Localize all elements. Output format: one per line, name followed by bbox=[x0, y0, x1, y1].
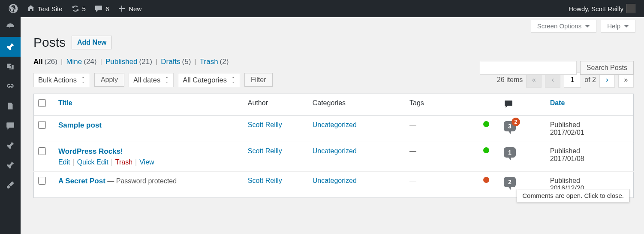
page-title: Posts bbox=[33, 35, 66, 50]
pin-icon bbox=[6, 42, 15, 52]
author-link[interactable]: Scott Reilly bbox=[248, 147, 282, 155]
filter-all[interactable]: All bbox=[33, 58, 43, 66]
menu-appearance[interactable] bbox=[0, 136, 21, 155]
filter-all-count: (26) bbox=[45, 58, 57, 66]
comments-link[interactable]: 6 bbox=[90, 0, 113, 17]
add-new-button[interactable]: Add New bbox=[72, 36, 112, 49]
comment-icon bbox=[504, 99, 513, 109]
adminbar-comment-count: 6 bbox=[105, 5, 109, 12]
row-checkbox[interactable] bbox=[38, 177, 46, 185]
filter-drafts[interactable]: Drafts bbox=[161, 58, 180, 66]
update-count: 5 bbox=[82, 5, 86, 12]
category-link[interactable]: Uncategorized bbox=[313, 147, 357, 155]
row-checkbox[interactable] bbox=[38, 121, 46, 129]
menu-dashboard[interactable] bbox=[0, 17, 21, 37]
comments-closed-indicator[interactable] bbox=[483, 177, 489, 183]
pagination-of-label: of 2 bbox=[584, 76, 596, 84]
search-input[interactable] bbox=[480, 61, 577, 75]
tags-value: — bbox=[409, 177, 416, 184]
column-categories: Categories bbox=[308, 94, 405, 116]
row-action-view[interactable]: View bbox=[139, 158, 154, 166]
screen-options-label: Screen Options bbox=[537, 22, 581, 30]
comment-count-bubble[interactable]: 1 bbox=[504, 147, 516, 158]
column-comments[interactable] bbox=[500, 94, 546, 116]
menu-posts[interactable] bbox=[0, 37, 21, 57]
site-home[interactable]: Test Site bbox=[22, 0, 67, 17]
row-checkbox[interactable] bbox=[38, 147, 46, 155]
row-action-quick-edit[interactable]: Quick Edit bbox=[77, 158, 108, 166]
menu-tools[interactable] bbox=[0, 175, 21, 195]
row-action-edit[interactable]: Edit bbox=[58, 158, 70, 166]
date-filter-select[interactable]: All dates bbox=[129, 73, 174, 87]
post-status: Published bbox=[550, 177, 629, 185]
updates-link[interactable]: 5 bbox=[67, 0, 90, 17]
update-icon bbox=[71, 4, 80, 13]
row-action-trash[interactable]: Trash bbox=[115, 158, 132, 166]
comment-count-bubble[interactable]: 2 bbox=[504, 177, 516, 187]
chevron-down-icon bbox=[585, 25, 590, 27]
menu-pages[interactable] bbox=[0, 96, 21, 116]
apply-button[interactable]: Apply bbox=[94, 73, 124, 87]
category-filter-select[interactable]: All Categories bbox=[178, 73, 240, 87]
my-account[interactable]: Howdy, Scott Reilly bbox=[564, 0, 640, 17]
menu-media[interactable] bbox=[0, 57, 21, 76]
pending-comments-badge[interactable]: 2 bbox=[512, 118, 520, 126]
post-status: Published bbox=[550, 147, 629, 155]
post-title-link[interactable]: Sample post bbox=[58, 121, 102, 129]
tags-value: — bbox=[409, 121, 416, 128]
select-all-checkbox[interactable] bbox=[38, 99, 46, 107]
chevron-down-icon bbox=[624, 25, 629, 27]
tags-value: — bbox=[409, 147, 416, 155]
help-label: Help bbox=[607, 22, 620, 30]
wp-logo[interactable] bbox=[4, 0, 22, 17]
post-status: Published bbox=[550, 121, 629, 129]
comment-icon bbox=[6, 121, 15, 131]
pin-icon bbox=[6, 161, 15, 170]
author-link[interactable]: Scott Reilly bbox=[248, 177, 282, 184]
author-link[interactable]: Scott Reilly bbox=[248, 121, 282, 128]
filter-published[interactable]: Published bbox=[105, 58, 138, 66]
plus-icon bbox=[117, 4, 126, 13]
filter-mine[interactable]: Mine bbox=[66, 58, 82, 66]
help-tab[interactable]: Help bbox=[601, 20, 635, 33]
greeting-label: Howdy, Scott Reilly bbox=[569, 5, 623, 12]
category-link[interactable]: Uncategorized bbox=[313, 121, 357, 128]
dashboard-icon bbox=[6, 22, 15, 32]
menu-comments[interactable] bbox=[0, 116, 21, 136]
filter-published-count: (21) bbox=[139, 58, 152, 66]
filter-trash[interactable]: Trash bbox=[200, 58, 218, 66]
category-link[interactable]: Uncategorized bbox=[313, 177, 357, 184]
post-date: 2017/02/01 bbox=[550, 129, 629, 137]
post-title-link[interactable]: A Secret Post bbox=[58, 177, 105, 185]
bulk-actions-select[interactable]: Bulk Actions bbox=[33, 73, 90, 87]
screen-options-tab[interactable]: Screen Options bbox=[531, 20, 596, 33]
menu-links[interactable] bbox=[0, 76, 21, 96]
password-protected-label: — Password protected bbox=[105, 177, 177, 185]
comments-open-indicator[interactable] bbox=[483, 121, 489, 127]
menu-plugins[interactable] bbox=[0, 155, 21, 175]
pin-icon bbox=[6, 141, 15, 150]
filter-mine-count: (24) bbox=[84, 58, 96, 66]
comments-open-tooltip: Comments are open. Click to close. bbox=[517, 189, 629, 202]
post-title-link[interactable]: WordPress Rocks! bbox=[58, 147, 123, 155]
table-row: WordPress Rocks! Edit| Quick Edit| Trash… bbox=[34, 142, 634, 172]
comments-open-indicator[interactable] bbox=[483, 147, 489, 153]
comment-icon bbox=[94, 4, 103, 13]
media-icon bbox=[6, 62, 15, 71]
filter-button[interactable]: Filter bbox=[244, 73, 273, 87]
column-author: Author bbox=[244, 94, 308, 116]
search-button[interactable]: Search Posts bbox=[580, 61, 634, 75]
new-content-link[interactable]: New bbox=[113, 0, 146, 17]
new-label: New bbox=[129, 5, 141, 12]
pagination-total: 26 items bbox=[497, 76, 523, 84]
home-icon bbox=[27, 4, 35, 13]
filter-trash-count: (2) bbox=[220, 58, 229, 66]
link-icon bbox=[6, 82, 15, 91]
brush-icon bbox=[6, 180, 15, 190]
table-row: Sample post Scott Reilly Uncategorized —… bbox=[34, 116, 634, 142]
column-date[interactable]: Date bbox=[546, 94, 634, 116]
pages-icon bbox=[6, 101, 15, 111]
column-title[interactable]: Title bbox=[54, 94, 244, 116]
site-name-label: Test Site bbox=[38, 5, 63, 12]
column-tags: Tags bbox=[405, 94, 479, 116]
